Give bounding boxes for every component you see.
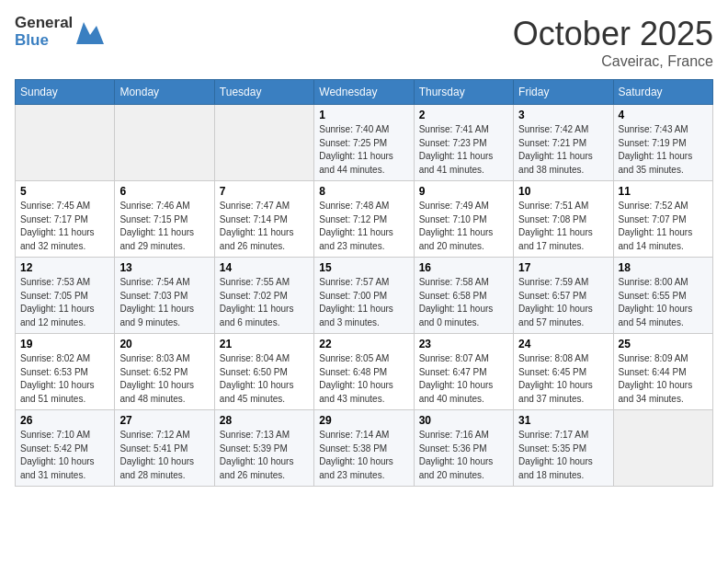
calendar-cell: 11Sunrise: 7:52 AM Sunset: 7:07 PM Dayli… <box>613 181 712 258</box>
day-info: Sunrise: 8:09 AM Sunset: 6:44 PM Dayligh… <box>619 352 708 406</box>
logo-icon <box>76 18 104 46</box>
day-number: 10 <box>518 185 608 198</box>
day-number: 2 <box>419 109 508 121</box>
day-number: 23 <box>419 338 508 350</box>
calendar-cell <box>613 410 712 487</box>
day-info: Sunrise: 7:46 AM Sunset: 7:15 PM Dayligh… <box>119 200 209 253</box>
day-info: Sunrise: 7:52 AM Sunset: 7:07 PM Dayligh… <box>619 200 708 253</box>
calendar-cell: 18Sunrise: 8:00 AM Sunset: 6:55 PM Dayli… <box>613 258 712 334</box>
day-number: 20 <box>119 338 209 350</box>
month-title: October 2025 <box>513 15 713 53</box>
day-info: Sunrise: 7:55 AM Sunset: 7:02 PM Dayligh… <box>220 276 309 329</box>
day-info: Sunrise: 7:42 AM Sunset: 7:21 PM Dayligh… <box>518 123 608 177</box>
day-info: Sunrise: 8:05 AM Sunset: 6:48 PM Dayligh… <box>319 352 408 406</box>
day-info: Sunrise: 8:00 AM Sunset: 6:55 PM Dayligh… <box>619 276 708 329</box>
svg-marker-0 <box>76 22 104 44</box>
day-info: Sunrise: 8:04 AM Sunset: 6:50 PM Dayligh… <box>220 352 309 406</box>
calendar-cell <box>115 105 214 181</box>
day-info: Sunrise: 7:59 AM Sunset: 6:57 PM Dayligh… <box>518 276 608 329</box>
calendar-cell: 25Sunrise: 8:09 AM Sunset: 6:44 PM Dayli… <box>613 334 712 410</box>
day-info: Sunrise: 8:02 AM Sunset: 6:53 PM Dayligh… <box>20 352 109 406</box>
day-number: 11 <box>619 185 708 198</box>
day-number: 9 <box>419 185 508 198</box>
calendar-cell: 21Sunrise: 8:04 AM Sunset: 6:50 PM Dayli… <box>214 334 313 410</box>
calendar-cell: 4Sunrise: 7:43 AM Sunset: 7:19 PM Daylig… <box>613 105 712 181</box>
day-of-week-header: Tuesday <box>214 80 313 105</box>
day-info: Sunrise: 7:16 AM Sunset: 5:36 PM Dayligh… <box>419 429 508 482</box>
calendar-header-row: SundayMondayTuesdayWednesdayThursdayFrid… <box>16 80 713 105</box>
calendar-cell: 8Sunrise: 7:48 AM Sunset: 7:12 PM Daylig… <box>314 181 414 258</box>
day-info: Sunrise: 7:12 AM Sunset: 5:41 PM Dayligh… <box>119 429 209 482</box>
calendar-week-row: 1Sunrise: 7:40 AM Sunset: 7:25 PM Daylig… <box>16 105 713 181</box>
calendar-cell: 17Sunrise: 7:59 AM Sunset: 6:57 PM Dayli… <box>514 258 613 334</box>
day-number: 17 <box>518 261 608 274</box>
day-info: Sunrise: 8:08 AM Sunset: 6:45 PM Dayligh… <box>518 352 608 406</box>
day-info: Sunrise: 7:58 AM Sunset: 6:58 PM Dayligh… <box>419 276 508 329</box>
day-info: Sunrise: 7:13 AM Sunset: 5:39 PM Dayligh… <box>220 429 309 482</box>
day-number: 5 <box>20 185 109 198</box>
calendar-cell: 14Sunrise: 7:55 AM Sunset: 7:02 PM Dayli… <box>214 258 313 334</box>
calendar-cell: 24Sunrise: 8:08 AM Sunset: 6:45 PM Dayli… <box>514 334 613 410</box>
day-info: Sunrise: 8:03 AM Sunset: 6:52 PM Dayligh… <box>119 352 209 406</box>
calendar-cell: 1Sunrise: 7:40 AM Sunset: 7:25 PM Daylig… <box>314 105 414 181</box>
calendar-cell: 30Sunrise: 7:16 AM Sunset: 5:36 PM Dayli… <box>414 410 513 487</box>
calendar-cell: 10Sunrise: 7:51 AM Sunset: 7:08 PM Dayli… <box>514 181 613 258</box>
day-number: 26 <box>20 414 109 427</box>
day-number: 21 <box>220 338 309 350</box>
day-number: 15 <box>319 261 408 274</box>
day-number: 31 <box>518 414 608 427</box>
day-info: Sunrise: 7:17 AM Sunset: 5:35 PM Dayligh… <box>518 429 608 482</box>
day-info: Sunrise: 7:53 AM Sunset: 7:05 PM Dayligh… <box>20 276 109 329</box>
day-number: 8 <box>319 185 408 198</box>
day-number: 25 <box>619 338 708 350</box>
day-number: 18 <box>619 261 708 274</box>
day-number: 6 <box>119 185 209 198</box>
logo: General Blue <box>15 15 104 49</box>
day-number: 24 <box>518 338 608 350</box>
calendar-cell: 2Sunrise: 7:41 AM Sunset: 7:23 PM Daylig… <box>414 105 513 181</box>
day-of-week-header: Saturday <box>613 80 712 105</box>
day-number: 22 <box>319 338 408 350</box>
calendar-cell: 26Sunrise: 7:10 AM Sunset: 5:42 PM Dayli… <box>16 410 115 487</box>
calendar-cell: 29Sunrise: 7:14 AM Sunset: 5:38 PM Dayli… <box>314 410 414 487</box>
day-info: Sunrise: 7:43 AM Sunset: 7:19 PM Dayligh… <box>619 123 708 177</box>
day-number: 27 <box>119 414 209 427</box>
calendar-cell: 15Sunrise: 7:57 AM Sunset: 7:00 PM Dayli… <box>314 258 414 334</box>
calendar-cell: 9Sunrise: 7:49 AM Sunset: 7:10 PM Daylig… <box>414 181 513 258</box>
day-number: 7 <box>220 185 309 198</box>
day-info: Sunrise: 7:41 AM Sunset: 7:23 PM Dayligh… <box>419 123 508 177</box>
day-number: 4 <box>619 109 708 121</box>
day-number: 16 <box>419 261 508 274</box>
location-subtitle: Caveirac, France <box>513 53 713 70</box>
day-of-week-header: Thursday <box>414 80 513 105</box>
day-info: Sunrise: 7:14 AM Sunset: 5:38 PM Dayligh… <box>319 429 408 482</box>
calendar-cell: 16Sunrise: 7:58 AM Sunset: 6:58 PM Dayli… <box>414 258 513 334</box>
calendar-cell: 5Sunrise: 7:45 AM Sunset: 7:17 PM Daylig… <box>16 181 115 258</box>
calendar-cell: 22Sunrise: 8:05 AM Sunset: 6:48 PM Dayli… <box>314 334 414 410</box>
day-number: 29 <box>319 414 408 427</box>
day-number: 28 <box>220 414 309 427</box>
page-header: General Blue October 2025 Caveirac, Fran… <box>15 15 713 70</box>
calendar-cell: 31Sunrise: 7:17 AM Sunset: 5:35 PM Dayli… <box>514 410 613 487</box>
calendar-week-row: 19Sunrise: 8:02 AM Sunset: 6:53 PM Dayli… <box>16 334 713 410</box>
calendar-week-row: 12Sunrise: 7:53 AM Sunset: 7:05 PM Dayli… <box>16 258 713 334</box>
calendar-cell: 13Sunrise: 7:54 AM Sunset: 7:03 PM Dayli… <box>115 258 214 334</box>
day-of-week-header: Sunday <box>16 80 115 105</box>
day-info: Sunrise: 7:57 AM Sunset: 7:00 PM Dayligh… <box>319 276 408 329</box>
day-number: 3 <box>518 109 608 121</box>
day-info: Sunrise: 7:54 AM Sunset: 7:03 PM Dayligh… <box>119 276 209 329</box>
calendar-cell: 20Sunrise: 8:03 AM Sunset: 6:52 PM Dayli… <box>115 334 214 410</box>
calendar-cell: 12Sunrise: 7:53 AM Sunset: 7:05 PM Dayli… <box>16 258 115 334</box>
logo-blue: Blue <box>15 32 73 50</box>
title-block: October 2025 Caveirac, France <box>513 15 713 70</box>
day-info: Sunrise: 7:47 AM Sunset: 7:14 PM Dayligh… <box>220 200 309 253</box>
calendar-cell: 28Sunrise: 7:13 AM Sunset: 5:39 PM Dayli… <box>214 410 313 487</box>
calendar-cell <box>16 105 115 181</box>
day-number: 12 <box>20 261 109 274</box>
calendar-cell: 23Sunrise: 8:07 AM Sunset: 6:47 PM Dayli… <box>414 334 513 410</box>
day-info: Sunrise: 7:10 AM Sunset: 5:42 PM Dayligh… <box>20 429 109 482</box>
day-info: Sunrise: 8:07 AM Sunset: 6:47 PM Dayligh… <box>419 352 508 406</box>
day-number: 19 <box>20 338 109 350</box>
day-number: 13 <box>119 261 209 274</box>
calendar-cell: 19Sunrise: 8:02 AM Sunset: 6:53 PM Dayli… <box>16 334 115 410</box>
